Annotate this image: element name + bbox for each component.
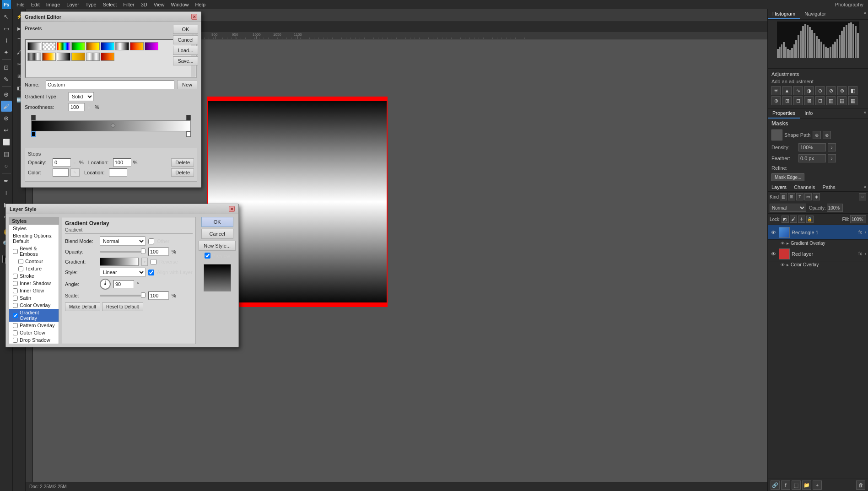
preset-copper[interactable]	[42, 53, 56, 61]
link-layers-btn[interactable]: 🔗	[771, 480, 780, 490]
ls-scale-input[interactable]	[148, 291, 169, 300]
preset-bw[interactable]	[27, 42, 41, 50]
ge-opacity-pct-arrow[interactable]: ►	[73, 160, 77, 165]
menu-file[interactable]: File	[14, 1, 27, 8]
ls-item-stroke[interactable]: Stroke	[9, 272, 59, 280]
adj-colorlookup[interactable]: ⊟	[793, 96, 803, 105]
ge-smoothness-input[interactable]	[69, 103, 85, 111]
tool-text[interactable]: T	[1, 187, 12, 198]
new-layer-btn[interactable]: +	[813, 480, 822, 490]
ls-new-style-btn[interactable]: New Style...	[199, 241, 236, 251]
ls-item-gradient-overlay[interactable]: Gradient Overlay	[9, 309, 59, 322]
layer-eye-redlayer[interactable]: 👁	[770, 250, 777, 258]
ge-color-delete-btn[interactable]: Delete	[171, 168, 194, 177]
ls-check-pattern-overlay[interactable]	[13, 323, 18, 328]
preset-green[interactable]	[71, 42, 85, 50]
histogram-options[interactable]: »	[862, 9, 868, 19]
tool-history-brush[interactable]: ↩	[1, 124, 12, 135]
ls-scale-thumb[interactable]	[141, 292, 146, 298]
ls-other-checkbox[interactable]	[148, 238, 154, 244]
preset-metallic[interactable]	[27, 53, 41, 61]
ls-cancel-btn[interactable]: Cancel	[201, 229, 233, 239]
tool-pen[interactable]: ✒	[1, 175, 12, 186]
lock-image[interactable]: 🖌	[790, 216, 797, 223]
tool-eyedropper[interactable]: ✎	[1, 74, 12, 85]
tool-healing[interactable]: ⊕	[1, 89, 12, 100]
tab-properties[interactable]: Properties	[768, 108, 800, 119]
ge-opacity-delete-btn[interactable]: Delete	[171, 158, 194, 167]
filter-smart[interactable]: ◈	[813, 193, 820, 200]
adj-selectivecolor[interactable]: ▦	[848, 96, 857, 105]
menu-help[interactable]: Help	[193, 1, 209, 8]
ge-new-btn[interactable]: New	[177, 80, 197, 89]
ls-item-texture[interactable]: Texture	[9, 265, 59, 272]
lock-transparency[interactable]: ◩	[782, 216, 789, 223]
adj-exposure[interactable]: ◑	[804, 86, 814, 95]
fill-input[interactable]	[850, 215, 866, 223]
ge-smoothness-arrow[interactable]: ►	[87, 105, 92, 110]
adj-gradientmap[interactable]: ▤	[837, 96, 846, 105]
ge-opacity-loc-input[interactable]	[113, 158, 131, 167]
ls-item-inner-shadow[interactable]: Inner Shadow	[9, 280, 59, 287]
adj-vibrance[interactable]: ⊙	[815, 86, 825, 95]
ge-color-pencil-btn[interactable]: ✎	[70, 168, 80, 177]
tab-channels[interactable]: Channels	[790, 183, 819, 191]
adj-levels[interactable]: ▲	[782, 86, 792, 95]
ge-opacity-stop-input[interactable]	[53, 158, 71, 167]
ge-opacity-stop-left[interactable]	[31, 115, 36, 120]
menu-type[interactable]: Type	[83, 1, 99, 8]
menu-window[interactable]: Window	[168, 1, 191, 8]
tool-lasso[interactable]: ⌇	[1, 35, 12, 46]
tool-gradient[interactable]: ▤	[1, 148, 12, 159]
layer-arrow-rectangle1[interactable]: ›	[865, 230, 866, 235]
ls-style-select[interactable]: Linear Radial Angle Reflected Diamond	[100, 268, 146, 277]
filter-shape[interactable]: ▭	[804, 193, 812, 200]
new-group-btn[interactable]: 📁	[802, 480, 811, 490]
ls-check-drop-shadow[interactable]	[13, 338, 18, 343]
ge-color-stop-right[interactable]	[186, 131, 191, 137]
add-style-btn[interactable]: f	[781, 480, 790, 490]
ge-midpoint-marker[interactable]	[110, 123, 115, 128]
make-default-btn[interactable]: Make Default	[65, 302, 100, 311]
ls-opacity-slider[interactable]	[100, 251, 146, 253]
ls-opacity-thumb[interactable]	[141, 248, 146, 254]
menu-layer[interactable]: Layer	[64, 1, 82, 8]
ls-check-gradient-overlay[interactable]	[13, 313, 18, 318]
tool-clone[interactable]: ⊗	[1, 113, 12, 124]
ls-check-texture[interactable]	[18, 266, 23, 271]
ls-check-stroke[interactable]	[13, 274, 18, 279]
mask-edge-btn[interactable]: Mask Edge...	[771, 173, 804, 181]
layer-fx-rectangle1[interactable]: fx	[857, 230, 863, 235]
preset-chrome[interactable]	[115, 42, 129, 50]
ls-check-color-overlay[interactable]	[13, 303, 18, 308]
ls-blend-mode-select[interactable]: Normal Multiply Screen	[100, 237, 146, 246]
layer-style-close-btn[interactable]: ✕	[229, 206, 235, 212]
effect-expand-gradient[interactable]: ▸	[787, 241, 789, 246]
ls-check-bevel[interactable]	[13, 249, 18, 254]
ge-opacity-stop-right[interactable]	[186, 115, 191, 120]
density-input[interactable]	[798, 143, 826, 151]
feather-input[interactable]	[798, 154, 826, 162]
adj-photofilter[interactable]: ⊕	[771, 96, 781, 105]
ls-item-contour[interactable]: Contour	[9, 258, 59, 265]
filter-adj[interactable]: ⊞	[788, 193, 795, 200]
adj-invert[interactable]: ⊠	[804, 96, 814, 105]
filter-text[interactable]: T	[796, 193, 803, 200]
delete-layer-btn[interactable]: 🗑	[856, 480, 865, 490]
ls-item-bevel[interactable]: Bevel & Emboss	[9, 245, 59, 258]
preset-yellow[interactable]	[86, 42, 100, 50]
ls-scale-slider[interactable]	[100, 295, 146, 297]
preset-silver[interactable]	[86, 53, 100, 61]
layer-arrow-redlayer[interactable]: ›	[865, 251, 866, 256]
adj-brightness[interactable]: ☀	[771, 86, 781, 95]
ge-color-loc-input[interactable]	[109, 168, 127, 177]
ls-item-drop-shadow[interactable]: Drop Shadow	[9, 336, 59, 344]
tab-layers[interactable]: Layers	[768, 183, 790, 191]
adj-colorbalance[interactable]: ⊛	[837, 86, 846, 95]
tool-magic-wand[interactable]: ✦	[1, 47, 12, 58]
tab-info[interactable]: Info	[800, 108, 817, 119]
ls-check-satin[interactable]	[13, 296, 18, 301]
ls-align-checkbox[interactable]	[148, 270, 154, 275]
mask-link-btn[interactable]: ⊗	[823, 131, 831, 139]
ls-check-inner-glow[interactable]	[13, 288, 18, 293]
